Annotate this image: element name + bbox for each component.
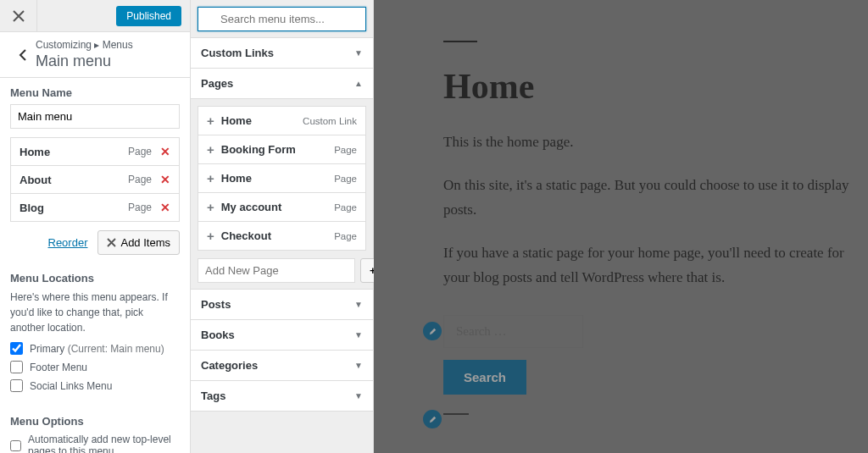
menu-item[interactable]: HomePage✕: [10, 137, 180, 166]
menu-item-type: Page: [128, 146, 152, 157]
accordion-label: Posts: [201, 298, 231, 311]
page-item-type: Page: [334, 145, 357, 155]
menu-item-type: Page: [128, 174, 152, 185]
auto-add-checkbox[interactable]: [10, 439, 21, 452]
auto-add-label: Automatically add new top-level pages to…: [28, 434, 180, 453]
page-item[interactable]: +CheckoutPage: [198, 221, 366, 251]
location-checkbox-row[interactable]: Footer Menu: [10, 361, 180, 373]
chevron-down-icon: ▼: [354, 391, 363, 401]
menu-name-section: Menu Name: [0, 78, 190, 137]
actions-row: Reorder Add Items: [0, 222, 190, 263]
close-icon: [107, 238, 116, 247]
search-wrap: [191, 0, 373, 38]
menu-locations-section: Menu Locations Here's where this menu ap…: [0, 263, 190, 406]
plus-icon: +: [207, 113, 214, 128]
menu-item[interactable]: BlogPage✕: [10, 194, 180, 222]
accordion-label: Tags: [201, 389, 225, 402]
close-icon: [13, 10, 25, 22]
location-checkbox-row[interactable]: Social Links Menu: [10, 379, 180, 392]
location-checkbox-row[interactable]: Primary (Current: Main menu): [10, 342, 180, 355]
chevron-left-icon: [19, 49, 27, 61]
menu-item-name: Home: [19, 146, 50, 158]
publish-status-badge[interactable]: Published: [116, 6, 181, 26]
page-item[interactable]: +Booking FormPage: [198, 135, 366, 164]
page-item-name: My account: [221, 201, 282, 213]
page-item-name: Booking Form: [221, 143, 296, 156]
page-item[interactable]: +HomeCustom Link: [198, 106, 366, 135]
accordion-label: Books: [201, 329, 235, 341]
add-items-label: Add Items: [120, 236, 170, 249]
page-item-type: Custom Link: [303, 116, 357, 126]
menu-name-label: Menu Name: [10, 86, 180, 99]
plus-icon: +: [207, 200, 214, 214]
page-item[interactable]: +My accountPage: [198, 192, 366, 222]
location-label: Footer Menu: [30, 362, 87, 373]
remove-button[interactable]: ✕: [160, 173, 170, 186]
chevron-down-icon: ▼: [354, 330, 363, 340]
accordion-posts[interactable]: Posts ▼: [191, 289, 373, 320]
header-text: Customizing ▸ Menus Main menu: [36, 39, 133, 70]
add-new-page-input[interactable]: [198, 258, 355, 283]
page-item-type: Page: [334, 202, 357, 213]
location-checkbox[interactable]: [10, 361, 23, 373]
menu-options-heading: Menu Options: [10, 415, 180, 428]
menu-options-section: Menu Options Automatically add new top-l…: [0, 406, 190, 453]
chevron-up-icon: ▲: [354, 79, 363, 88]
accordion-label: Pages: [201, 77, 233, 90]
auto-add-checkbox-row[interactable]: Automatically add new top-level pages to…: [10, 434, 180, 453]
chevron-down-icon: ▼: [354, 48, 363, 58]
location-checkbox[interactable]: [10, 379, 23, 392]
page-item-name: Home: [221, 172, 252, 185]
accordion-label: Custom Links: [201, 47, 274, 59]
add-items-button[interactable]: Add Items: [97, 230, 180, 255]
site-preview: Home This is the home page. On this site…: [374, 0, 868, 453]
page-item[interactable]: +HomePage: [198, 163, 366, 193]
location-label: Primary (Current: Main menu): [30, 343, 164, 355]
page-item-type: Page: [334, 174, 357, 184]
menu-item-type: Page: [128, 202, 152, 213]
add-items-panel: Custom Links ▼ Pages ▲ +HomeCustom Link+…: [191, 0, 374, 453]
plus-icon: +: [207, 229, 214, 243]
accordion-categories[interactable]: Categories ▼: [191, 350, 373, 381]
location-checkbox[interactable]: [10, 342, 23, 355]
page-item-name: Checkout: [221, 229, 271, 242]
accordion-tags[interactable]: Tags ▼: [191, 380, 373, 412]
accordion-pages[interactable]: Pages ▲: [191, 68, 373, 99]
plus-icon: +: [207, 142, 214, 157]
chevron-down-icon: ▼: [354, 361, 363, 370]
menu-item-name: About: [19, 174, 52, 186]
menu-locations-hint: Here's where this menu appears. If you'd…: [10, 290, 180, 335]
customizer-panel: Published Customizing ▸ Menus Main menu …: [0, 0, 191, 453]
page-item-name: Home: [221, 114, 252, 127]
reorder-link[interactable]: Reorder: [48, 236, 88, 249]
preview-overlay: [374, 0, 868, 453]
breadcrumb: Customizing ▸ Menus: [36, 39, 133, 51]
plus-icon: +: [207, 171, 214, 185]
search-input[interactable]: [198, 7, 366, 31]
menu-name-input[interactable]: [10, 104, 180, 129]
remove-button[interactable]: ✕: [160, 145, 170, 158]
panel-header: Customizing ▸ Menus Main menu: [0, 32, 190, 78]
add-new-page-row: + Add: [198, 258, 366, 283]
accordion-label: Categories: [201, 359, 258, 372]
top-bar: Published: [0, 0, 190, 32]
accordion-books[interactable]: Books ▼: [191, 319, 373, 351]
location-label: Social Links Menu: [30, 380, 112, 392]
menu-locations-heading: Menu Locations: [10, 272, 180, 285]
pages-body: +HomeCustom Link+Booking FormPage+HomePa…: [191, 99, 373, 290]
chevron-down-icon: ▼: [354, 300, 363, 309]
accordion-custom-links[interactable]: Custom Links ▼: [191, 37, 373, 69]
page-item-type: Page: [334, 231, 357, 241]
menu-item-name: Blog: [19, 202, 44, 214]
page-title: Main menu: [36, 52, 133, 70]
remove-button[interactable]: ✕: [160, 201, 170, 214]
back-button[interactable]: [10, 49, 36, 61]
menu-item[interactable]: AboutPage✕: [10, 166, 180, 194]
close-button[interactable]: [0, 0, 37, 32]
menu-items-list: HomePage✕AboutPage✕BlogPage✕: [0, 137, 190, 222]
